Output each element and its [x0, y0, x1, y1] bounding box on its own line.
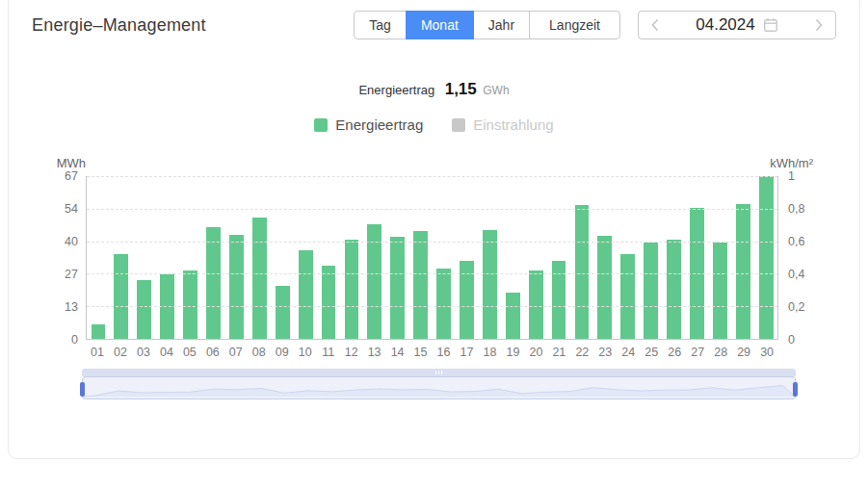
- bar-slot: [640, 176, 663, 339]
- bar-01[interactable]: [92, 324, 106, 339]
- bar-25[interactable]: [644, 243, 658, 339]
- slider-track[interactable]: [82, 376, 796, 399]
- chevron-left-icon: [650, 17, 660, 33]
- y-axis-left: 67544027130: [32, 176, 86, 340]
- x-tick-label: 06: [201, 346, 224, 359]
- legend-item-einstrahlung[interactable]: Einstrahlung: [452, 116, 553, 133]
- y-tick-left: 0: [71, 333, 78, 347]
- date-nav: 04.2024: [638, 11, 836, 39]
- chevron-right-icon: [814, 17, 824, 33]
- gridline: [87, 306, 777, 307]
- calendar-icon[interactable]: [763, 17, 778, 33]
- y-tick-left: 67: [65, 169, 78, 183]
- bar-02[interactable]: [114, 254, 128, 339]
- bar-slot: [501, 176, 524, 339]
- y-tick-right: 0: [788, 333, 795, 347]
- bar-08[interactable]: [252, 218, 267, 339]
- data-zoom-slider[interactable]: [82, 369, 796, 399]
- x-tick-label: 28: [709, 346, 732, 359]
- bar-15[interactable]: [413, 231, 428, 339]
- bar-slot: [524, 176, 547, 339]
- date-value[interactable]: 04.2024: [696, 15, 754, 35]
- x-tick-label: 07: [224, 346, 248, 359]
- tab-langzeit[interactable]: Langzeit: [529, 11, 620, 39]
- bar-slot: [202, 176, 225, 339]
- x-tick-label: 18: [478, 346, 501, 359]
- energy-summary: Energieertrag 1,15 GWh: [32, 80, 836, 99]
- bar-28[interactable]: [713, 243, 727, 339]
- bar-18[interactable]: [483, 230, 497, 340]
- bar-slot: [409, 176, 433, 339]
- tab-monat[interactable]: Monat: [406, 11, 474, 39]
- summary-unit: GWh: [483, 84, 509, 97]
- chart-legend: EnergieertragEinstrahlung: [32, 116, 836, 133]
- x-tick-label: 09: [271, 346, 294, 359]
- x-tick-label: 11: [317, 346, 340, 359]
- bar-24[interactable]: [620, 254, 635, 339]
- bar-10[interactable]: [299, 250, 313, 339]
- bar-07[interactable]: [229, 235, 244, 339]
- bar-slot: [708, 176, 731, 339]
- bar-20[interactable]: [529, 270, 543, 339]
- bar-03[interactable]: [137, 280, 151, 339]
- drag-handle-icon: [435, 371, 443, 374]
- x-tick-label: 02: [109, 346, 132, 359]
- x-tick-label: 29: [732, 346, 755, 359]
- bar-23[interactable]: [597, 236, 612, 339]
- gridline: [87, 209, 777, 210]
- prev-month-button[interactable]: [639, 12, 671, 39]
- y-tick-left: 13: [65, 300, 78, 314]
- x-tick-label: 26: [663, 346, 686, 359]
- y-tick-left: 40: [65, 235, 78, 248]
- bar-19[interactable]: [506, 293, 520, 339]
- bar-slot: [593, 176, 617, 339]
- gridline: [87, 273, 777, 274]
- tab-jahr[interactable]: Jahr: [473, 11, 530, 39]
- bars: [87, 176, 777, 339]
- legend-item-energieertrag[interactable]: Energieertrag: [314, 116, 423, 133]
- legend-label: Einstrahlung: [473, 116, 553, 133]
- bar-30[interactable]: [759, 176, 774, 339]
- bar-16[interactable]: [436, 269, 451, 339]
- bar-slot: [547, 176, 570, 339]
- bar-14[interactable]: [390, 237, 405, 339]
- y-axis-right-unit: kWh/m²: [770, 156, 813, 170]
- bar-slot: [179, 176, 202, 339]
- slider-handle-right[interactable]: [793, 382, 798, 397]
- bar-slot: [386, 176, 409, 339]
- bar-slot: [478, 176, 501, 339]
- x-axis: 0102030405060708091011121314151617181920…: [32, 346, 836, 359]
- x-axis-labels: 0102030405060708091011121314151617181920…: [86, 346, 778, 359]
- x-tick-label: 14: [386, 346, 409, 359]
- bar-26[interactable]: [667, 240, 681, 339]
- y-tick-left: 54: [65, 202, 78, 216]
- x-tick-label: 03: [132, 346, 155, 359]
- bar-11[interactable]: [322, 266, 336, 339]
- x-tick-label: 20: [524, 346, 547, 359]
- bar-06[interactable]: [206, 227, 221, 339]
- gridline: [87, 176, 777, 177]
- x-tick-label: 19: [501, 346, 524, 359]
- bar-22[interactable]: [575, 205, 590, 339]
- bar-17[interactable]: [460, 261, 474, 339]
- bar-21[interactable]: [552, 261, 566, 339]
- slider-handle-left[interactable]: [80, 382, 85, 397]
- bar-05[interactable]: [183, 270, 197, 339]
- bar-slot: [133, 176, 156, 339]
- view-tabs: TagMonatJahrLangzeit: [354, 11, 620, 39]
- next-month-button[interactable]: [802, 12, 835, 39]
- bar-slot: [271, 176, 294, 339]
- x-tick-label: 08: [248, 346, 271, 359]
- legend-swatch: [452, 118, 465, 132]
- bar-12[interactable]: [345, 240, 359, 339]
- bar-slot: [731, 176, 754, 339]
- bar-slot: [570, 176, 593, 339]
- bar-09[interactable]: [276, 286, 290, 339]
- bar-slot: [456, 176, 479, 339]
- summary-value: 1,15: [445, 80, 477, 98]
- slider-move-handle[interactable]: [82, 369, 796, 376]
- bar-29[interactable]: [736, 204, 750, 339]
- plot-area: [86, 176, 778, 340]
- y-tick-right: 0,2: [788, 300, 804, 314]
- tab-tag[interactable]: Tag: [354, 11, 407, 39]
